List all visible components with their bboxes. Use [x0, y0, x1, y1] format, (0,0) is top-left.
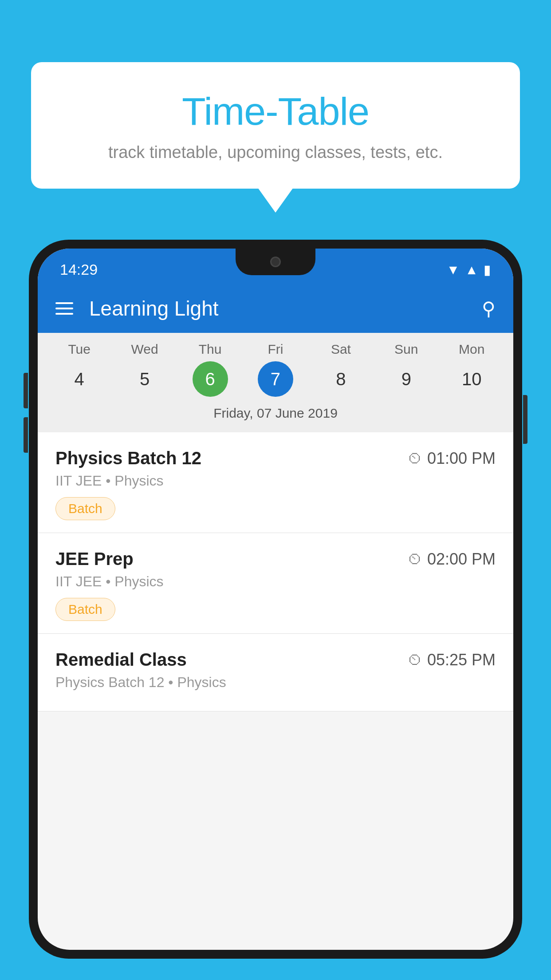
schedule-title-2: JEE Prep [55, 549, 134, 569]
day-header-wed: Wed [120, 342, 169, 357]
day-header-thu: Thu [186, 342, 235, 357]
bubble-title: Time-Table [49, 89, 502, 134]
day-numbers: 4 5 6 7 8 9 10 [38, 361, 513, 397]
phone-notch [236, 249, 315, 275]
selected-date-label: Friday, 07 June 2019 [38, 402, 513, 428]
schedule-time-3: ⏲ 05:25 PM [408, 651, 496, 669]
day-7-selected[interactable]: 7 [258, 361, 293, 397]
day-5[interactable]: 5 [127, 361, 162, 397]
phone-screen: 14:29 ▼ ▲ ▮ Learning Light ⚲ [38, 249, 513, 950]
day-header-mon: Mon [447, 342, 496, 357]
day-header-sun: Sun [382, 342, 431, 357]
day-header-fri: Fri [251, 342, 300, 357]
calendar-strip: Tue Wed Thu Fri Sat Sun Mon 4 5 6 7 8 9 … [38, 333, 513, 432]
day-8[interactable]: 8 [323, 361, 358, 397]
signal-icon: ▲ [465, 262, 478, 277]
time-value-3: 05:25 PM [427, 651, 496, 669]
day-9[interactable]: 9 [389, 361, 424, 397]
clock-icon-3: ⏲ [408, 651, 423, 668]
status-icons: ▼ ▲ ▮ [447, 262, 491, 277]
clock-icon-1: ⏲ [408, 450, 423, 467]
schedule-subtitle-1: IIT JEE • Physics [55, 473, 496, 489]
app-title: Learning Light [89, 296, 482, 320]
schedule-subtitle-3: Physics Batch 12 • Physics [55, 674, 496, 691]
clock-icon-2: ⏲ [408, 550, 423, 568]
bubble-subtitle: track timetable, upcoming classes, tests… [49, 143, 502, 162]
batch-badge-1: Batch [55, 497, 115, 520]
schedule-title-3: Remedial Class [55, 650, 187, 670]
battery-icon: ▮ [484, 262, 491, 277]
schedule-item-1-header: Physics Batch 12 ⏲ 01:00 PM [55, 448, 496, 468]
day-4[interactable]: 4 [62, 361, 97, 397]
status-time: 14:29 [60, 261, 98, 278]
time-value-1: 01:00 PM [427, 449, 496, 468]
schedule-time-1: ⏲ 01:00 PM [408, 449, 496, 468]
hamburger-menu-icon[interactable] [55, 302, 73, 315]
schedule-list: Physics Batch 12 ⏲ 01:00 PM IIT JEE • Ph… [38, 432, 513, 711]
phone-mockup: 14:29 ▼ ▲ ▮ Learning Light ⚲ [29, 240, 522, 980]
day-10[interactable]: 10 [454, 361, 489, 397]
app-bar: Learning Light ⚲ [38, 284, 513, 333]
schedule-time-2: ⏲ 02:00 PM [408, 550, 496, 569]
search-icon[interactable]: ⚲ [482, 298, 496, 320]
schedule-item-2-header: JEE Prep ⏲ 02:00 PM [55, 549, 496, 569]
batch-badge-2: Batch [55, 598, 115, 621]
schedule-subtitle-2: IIT JEE • Physics [55, 573, 496, 590]
schedule-item-2[interactable]: JEE Prep ⏲ 02:00 PM IIT JEE • Physics Ba… [38, 533, 513, 634]
schedule-item-3[interactable]: Remedial Class ⏲ 05:25 PM Physics Batch … [38, 634, 513, 711]
front-camera [270, 257, 281, 267]
speech-bubble: Time-Table track timetable, upcoming cla… [31, 62, 520, 189]
schedule-title-1: Physics Batch 12 [55, 448, 201, 468]
wifi-icon: ▼ [447, 262, 460, 277]
time-value-2: 02:00 PM [427, 550, 496, 569]
day-headers: Tue Wed Thu Fri Sat Sun Mon [38, 342, 513, 357]
volume-up-button [24, 373, 28, 408]
day-header-sat: Sat [316, 342, 365, 357]
schedule-item-3-header: Remedial Class ⏲ 05:25 PM [55, 650, 496, 670]
speech-bubble-container: Time-Table track timetable, upcoming cla… [31, 62, 520, 189]
phone-frame: 14:29 ▼ ▲ ▮ Learning Light ⚲ [29, 240, 522, 959]
power-button [523, 395, 527, 444]
schedule-item-1[interactable]: Physics Batch 12 ⏲ 01:00 PM IIT JEE • Ph… [38, 432, 513, 533]
volume-down-button [24, 417, 28, 453]
day-6-today[interactable]: 6 [193, 361, 228, 397]
day-header-tue: Tue [55, 342, 104, 357]
